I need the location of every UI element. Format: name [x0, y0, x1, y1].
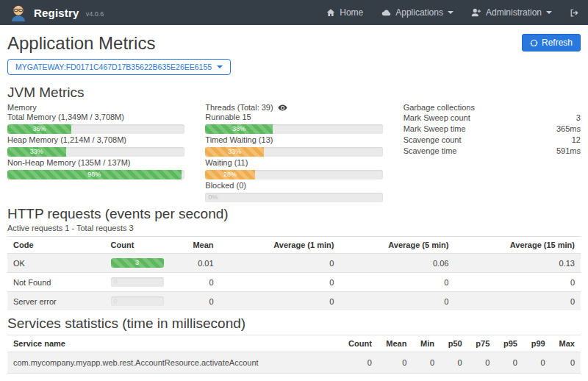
memory-column: Memory Total Memory (1,349M / 3,708M) 36… [7, 103, 184, 204]
main-content: Application Metrics Refresh MYGATEWAY:FD… [0, 25, 588, 381]
col-header-p99: p99 [523, 335, 551, 352]
count-value: 0 [111, 297, 118, 305]
service-name-cell: com.mycompany.myapp.web.rest.AccountReso… [7, 374, 340, 381]
threads-column: Threads (Total: 39) Runnable 15 38% Time… [205, 103, 382, 204]
avg5-cell: 0 [340, 292, 454, 311]
col-header-p95: p95 [495, 335, 523, 352]
total-memory-label: Total Memory (1,349M / 3,708M) [7, 113, 184, 122]
runnable-label: Runnable 15 [205, 113, 382, 122]
code-cell: Not Found [7, 273, 105, 292]
progress-percent-label: 36% [32, 125, 46, 132]
count-value: 0 [111, 278, 118, 285]
col-header-code: Code [7, 237, 105, 254]
stat-cell: 0 [551, 374, 581, 381]
nav-item-home[interactable]: Home [326, 7, 363, 18]
memory-title: Memory [7, 103, 184, 113]
gc-title: Garbage collections [404, 103, 581, 113]
progress-fill: 98% [7, 170, 182, 179]
service-name-cell: com.mycompany.myapp.web.rest.AccountReso… [7, 352, 340, 374]
services-statistics-table: Service name Count Mean Min p50 p75 p95 … [7, 335, 581, 381]
http-table-header-row: Code Count Mean Average (1 min) Average … [7, 237, 581, 254]
nav-home-label: Home [340, 7, 363, 18]
stat-cell: 0 [340, 374, 377, 381]
gc-label: Mark Sweep time [404, 124, 466, 135]
stat-cell: 0 [495, 352, 523, 374]
page-title: Application Metrics [7, 34, 155, 53]
caret-down-icon [546, 11, 552, 17]
stat-cell: 0 [551, 352, 581, 374]
http-row-not-found: Not Found 0 0 0 0 0 [7, 273, 581, 292]
stat-cell: 0 [378, 352, 413, 374]
col-header-avg1: Average (1 min) [220, 237, 340, 254]
avg5-cell: 0 [340, 273, 454, 292]
instance-selector-dropdown[interactable]: MYGATEWAY:FD0171C467D17B35622B635E26EE61… [7, 59, 231, 75]
eye-icon[interactable] [278, 103, 287, 113]
http-row-ok: OK 3 0.01 0 0.06 0.13 [7, 254, 581, 273]
home-icon [326, 8, 335, 17]
progress-percent-label: 98% [87, 171, 101, 178]
threads-title-label: Threads (Total: 39) [205, 103, 273, 113]
jhipster-avatar-logo [9, 3, 28, 22]
progress-percent-label: 33% [30, 148, 43, 155]
col-header-p75: p75 [468, 335, 496, 352]
gc-value: 591ms [556, 146, 581, 157]
gc-row: Mark Sweep time 365ms [404, 124, 581, 135]
nav-applications-label: Applications [395, 7, 443, 18]
sign-out-icon [570, 8, 579, 18]
col-header-avg5: Average (5 min) [340, 237, 454, 254]
waiting-progress: 28% [205, 170, 382, 179]
stat-cell: 0 [468, 352, 496, 374]
count-cell: 0 [105, 292, 174, 311]
stat-cell: 0 [523, 352, 551, 374]
nav-item-applications[interactable]: Applications [381, 7, 453, 18]
service-row: com.mycompany.myapp.web.rest.AccountReso… [7, 352, 581, 374]
progress-percent-label: 33% [228, 148, 241, 155]
refresh-button[interactable]: Refresh [522, 34, 581, 51]
count-progress: 0 [111, 296, 164, 306]
gc-value: 12 [572, 135, 581, 146]
progress-fill: 36% [7, 124, 71, 134]
avg1-cell: 0 [220, 292, 340, 311]
waiting-label: Waiting (11) [205, 158, 382, 168]
nonheap-memory-label: Non-Heap Memory (135M / 137M) [7, 158, 184, 168]
services-statistics-title: Services statistics (time in millisecond… [7, 316, 581, 331]
stat-cell: 0 [440, 374, 468, 381]
avg1-cell: 0 [220, 273, 340, 292]
nav-item-signout[interactable] [570, 8, 579, 18]
count-value: 3 [135, 259, 139, 266]
col-header-min: Min [412, 335, 440, 352]
progress-fill: 38% [205, 124, 273, 134]
http-row-server-error: Server error 0 0 0 0 0 [7, 292, 581, 311]
jvm-grid: Memory Total Memory (1,349M / 3,708M) 36… [7, 103, 581, 204]
stat-cell: 0 [378, 374, 413, 381]
instance-selector-label: MYGATEWAY:FD0171C467D17B35622B635E26EE61… [15, 63, 212, 71]
page-head: Application Metrics Refresh [7, 25, 581, 53]
caret-down-icon [448, 11, 453, 17]
gc-value: 3 [576, 113, 581, 124]
stat-cell: 0 [440, 352, 468, 374]
code-cell: Server error [7, 292, 105, 311]
avg5-cell: 0.06 [340, 254, 454, 273]
avg1-cell: 0 [220, 254, 340, 273]
stat-cell: 0 [340, 352, 377, 374]
navbar: Registry v4.0.6 Home Applications Admini… [0, 0, 588, 25]
count-cell: 0 [105, 273, 174, 292]
progress-fill: 33% [205, 147, 264, 157]
count-progress: 0 [111, 277, 164, 287]
stat-cell: 0 [412, 352, 440, 374]
navbar-menu: Home Applications Administration [326, 7, 579, 18]
nav-item-administration[interactable]: Administration [471, 7, 552, 18]
blocked-progress: 0% [205, 193, 382, 202]
brand[interactable]: Registry v4.0.6 [9, 3, 104, 22]
progress-percent-label: 28% [223, 171, 237, 178]
heap-memory-progress: 33% [7, 147, 184, 157]
col-header-p50: p50 [440, 335, 468, 352]
col-header-avg15: Average (15 min) [454, 237, 581, 254]
progress-fill: 33% [7, 147, 66, 157]
stat-cell: 0 [412, 374, 440, 381]
progress-fill: 3 [111, 258, 164, 268]
gc-row: Mark Sweep count 3 [404, 113, 581, 124]
stat-cell: 0 [468, 374, 496, 381]
nonheap-memory-progress: 98% [7, 170, 184, 179]
blocked-label: Blocked (0) [205, 181, 382, 190]
